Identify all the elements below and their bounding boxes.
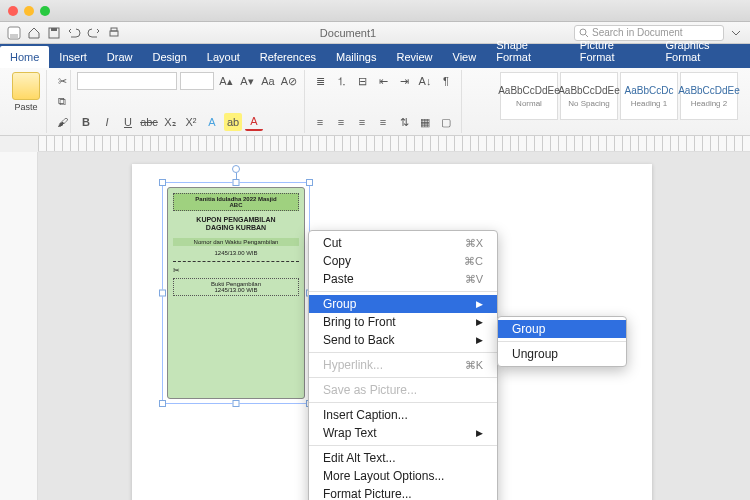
zoom-window-button[interactable] xyxy=(40,6,50,16)
horizontal-ruler[interactable] xyxy=(38,136,750,152)
borders-icon[interactable]: ▢ xyxy=(437,113,455,131)
font-name-select[interactable] xyxy=(77,72,177,90)
resize-handle-b[interactable] xyxy=(233,400,240,407)
resize-handle-l[interactable] xyxy=(159,290,166,297)
menu-separator xyxy=(309,291,497,292)
tab-references[interactable]: References xyxy=(250,46,326,68)
copy-icon[interactable]: ⧉ xyxy=(53,93,71,111)
font-color-button[interactable]: A xyxy=(245,113,263,131)
indent-right-icon[interactable]: ⇥ xyxy=(395,72,413,90)
selected-shape-group[interactable]: Panitia Iduladha 2022 Masjid ABC KUPON P… xyxy=(162,182,310,404)
menu-insert-caption[interactable]: Insert Caption... xyxy=(309,406,497,424)
indent-left-icon[interactable]: ⇤ xyxy=(374,72,392,90)
close-window-button[interactable] xyxy=(8,6,18,16)
tab-home[interactable]: Home xyxy=(0,46,49,68)
menu-paste[interactable]: Paste⌘V xyxy=(309,270,497,288)
shrink-font-icon[interactable]: A▾ xyxy=(238,72,256,90)
menu-edit-alt-text[interactable]: Edit Alt Text... xyxy=(309,449,497,467)
subscript-button[interactable]: X₂ xyxy=(161,113,179,131)
bold-button[interactable]: B xyxy=(77,113,95,131)
justify-icon[interactable]: ≡ xyxy=(374,113,392,131)
menu-group[interactable]: Group▶ xyxy=(309,295,497,313)
tab-picture-format[interactable]: Picture Format xyxy=(570,34,656,68)
resize-handle-tl[interactable] xyxy=(159,179,166,186)
save-icon[interactable] xyxy=(46,25,62,41)
style-heading-2[interactable]: AaBbCcDdEeHeading 2 xyxy=(680,72,738,120)
cut-icon[interactable]: ✂ xyxy=(53,72,71,90)
clear-format-icon[interactable]: A⊘ xyxy=(280,72,298,90)
group-submenu: Group Ungroup xyxy=(497,316,627,367)
scissors-icon: ✂ xyxy=(173,266,299,275)
autosave-icon[interactable] xyxy=(6,25,22,41)
sort-icon[interactable]: A↓ xyxy=(416,72,434,90)
coupon-value-1: 1245/13.00 WIB xyxy=(173,249,299,257)
font-group: A▴ A▾ Aa A⊘ B I U abc X₂ X² A ab A xyxy=(71,70,305,133)
style-no-spacing[interactable]: AaBbCcDdEeNo Spacing xyxy=(560,72,618,120)
underline-button[interactable]: U xyxy=(119,113,137,131)
tab-graphics-format[interactable]: Graphics Format xyxy=(655,34,750,68)
menu-wrap-text[interactable]: Wrap Text▶ xyxy=(309,424,497,442)
coupon-value-2: 1245/13.00 WIB xyxy=(176,287,296,293)
tab-design[interactable]: Design xyxy=(143,46,197,68)
menu-save-as-picture: Save as Picture... xyxy=(309,381,497,399)
bullets-icon[interactable]: ≣ xyxy=(311,72,329,90)
menu-send-to-back[interactable]: Send to Back▶ xyxy=(309,331,497,349)
tab-insert[interactable]: Insert xyxy=(49,46,97,68)
tab-layout[interactable]: Layout xyxy=(197,46,250,68)
line-spacing-icon[interactable]: ⇅ xyxy=(395,113,413,131)
menu-separator xyxy=(309,377,497,378)
style-heading-1[interactable]: AaBbCcDcHeading 1 xyxy=(620,72,678,120)
minimize-window-button[interactable] xyxy=(24,6,34,16)
format-painter-icon[interactable]: 🖌 xyxy=(53,113,71,131)
change-case-icon[interactable]: Aa xyxy=(259,72,277,90)
paste-group[interactable]: Paste xyxy=(6,70,47,133)
redo-icon[interactable] xyxy=(86,25,102,41)
resize-handle-bl[interactable] xyxy=(159,400,166,407)
tab-view[interactable]: View xyxy=(443,46,487,68)
print-icon[interactable] xyxy=(106,25,122,41)
show-marks-icon[interactable]: ¶ xyxy=(437,72,455,90)
submenu-ungroup[interactable]: Ungroup xyxy=(498,345,626,363)
submenu-group[interactable]: Group xyxy=(498,320,626,338)
document-area: Panitia Iduladha 2022 Masjid ABC KUPON P… xyxy=(0,152,750,500)
tab-mailings[interactable]: Mailings xyxy=(326,46,386,68)
menu-bring-to-front[interactable]: Bring to Front▶ xyxy=(309,313,497,331)
coupon-header: Panitia Iduladha 2022 Masjid ABC xyxy=(173,193,299,211)
superscript-button[interactable]: X² xyxy=(182,113,200,131)
shading-icon[interactable]: ▦ xyxy=(416,113,434,131)
rotate-handle[interactable] xyxy=(232,165,240,173)
menu-hyperlink: Hyperlink...⌘K xyxy=(309,356,497,374)
svg-rect-5 xyxy=(111,28,117,31)
svg-rect-3 xyxy=(51,28,57,31)
style-normal[interactable]: AaBbCcDdEeNormal xyxy=(500,72,558,120)
document-page[interactable]: Panitia Iduladha 2022 Masjid ABC KUPON P… xyxy=(132,164,652,500)
menu-separator xyxy=(309,402,497,403)
highlight-button[interactable]: ab xyxy=(224,113,242,131)
menu-copy[interactable]: Copy⌘C xyxy=(309,252,497,270)
menu-more-layout-options[interactable]: More Layout Options... xyxy=(309,467,497,485)
resize-handle-tr[interactable] xyxy=(306,179,313,186)
strike-button[interactable]: abc xyxy=(140,113,158,131)
vertical-ruler[interactable] xyxy=(0,152,38,500)
align-center-icon[interactable]: ≡ xyxy=(332,113,350,131)
traffic-lights xyxy=(8,6,50,16)
home-icon[interactable] xyxy=(26,25,42,41)
multilevel-icon[interactable]: ⊟ xyxy=(353,72,371,90)
ribbon: Paste ✂ ⧉ 🖌 A▴ A▾ Aa A⊘ B I U abc X₂ X² … xyxy=(0,68,750,136)
numbering-icon[interactable]: ⒈ xyxy=(332,72,350,90)
tab-draw[interactable]: Draw xyxy=(97,46,143,68)
menu-format-picture[interactable]: Format Picture... xyxy=(309,485,497,500)
menu-separator xyxy=(498,341,626,342)
tab-review[interactable]: Review xyxy=(386,46,442,68)
undo-icon[interactable] xyxy=(66,25,82,41)
align-right-icon[interactable]: ≡ xyxy=(353,113,371,131)
align-left-icon[interactable]: ≡ xyxy=(311,113,329,131)
menu-separator xyxy=(309,352,497,353)
text-effects-icon[interactable]: A xyxy=(203,113,221,131)
tab-shape-format[interactable]: Shape Format xyxy=(486,34,570,68)
grow-font-icon[interactable]: A▴ xyxy=(217,72,235,90)
menu-cut[interactable]: Cut⌘X xyxy=(309,234,497,252)
resize-handle-t[interactable] xyxy=(233,179,240,186)
font-size-select[interactable] xyxy=(180,72,214,90)
italic-button[interactable]: I xyxy=(98,113,116,131)
